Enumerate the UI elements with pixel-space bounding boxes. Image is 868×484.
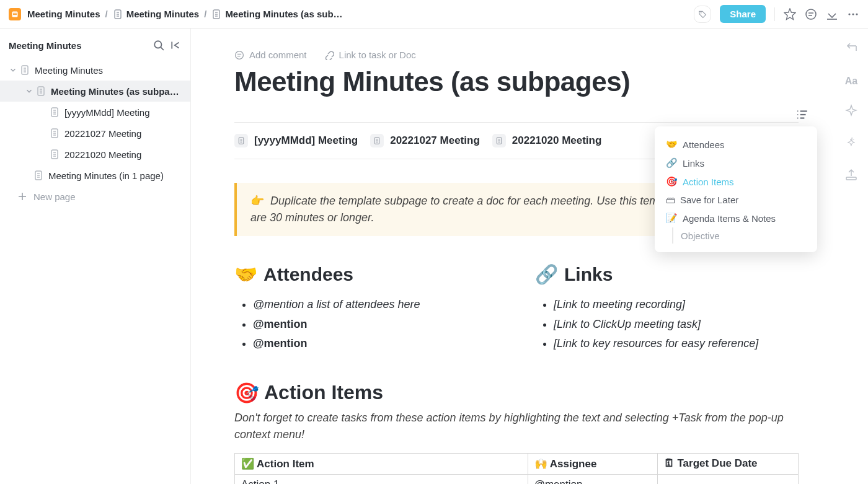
app-icon[interactable] [9,8,21,20]
right-rail: Aa [835,29,868,484]
tree-label: 20221027 Meeting [64,128,141,139]
toc-toggle[interactable] [796,109,808,123]
tree-item-leaf[interactable]: 20221027 Meeting [0,123,190,144]
favorite-icon[interactable] [784,8,796,20]
toc-item-save-later[interactable]: 🗃Save for Later [660,191,812,209]
handshake-icon: 🤝 [234,263,257,285]
list-item[interactable]: @mention [253,315,498,335]
rail-ai-icon[interactable] [845,104,857,119]
more-icon[interactable] [847,8,859,20]
list-item[interactable]: @mention [253,334,498,354]
link-task-button[interactable]: Link to task or Doc [324,50,416,60]
toc-popup: 🤝Attendees 🔗Links 🎯Action Items 🗃Save fo… [655,126,817,252]
section-heading: Action Items [264,381,383,404]
search-icon[interactable] [153,40,164,51]
breadcrumb-label: Meeting Minutes [126,9,200,19]
rail-typography-icon[interactable]: Aa [845,76,857,87]
tree-item-sibling[interactable]: Meeting Minutes (in 1 page) [0,165,190,186]
tree-label: Meeting Minutes [35,65,103,76]
handshake-icon: 🤝 [666,139,678,150]
doc-icon [33,170,43,180]
breadcrumb-sep: / [105,9,108,19]
plus-icon [17,191,27,201]
rail-outdent-icon[interactable] [845,43,857,58]
sidebar: Meeting Minutes Meeting Minutes Meeting … [0,29,191,484]
tree-item-root[interactable]: Meeting Minutes [0,59,190,81]
list-item[interactable]: [Link to key resources for easy referenc… [554,334,799,354]
doc-icon [50,128,60,138]
table-cell[interactable]: Action 1 [235,474,528,484]
toc-label: Links [683,158,704,169]
comment-icon [234,50,244,60]
memo-icon: 📝 [666,213,678,224]
links-section: 🔗Links [Link to meeting recording] [Link… [535,263,799,354]
share-button[interactable]: Share [720,5,766,23]
chevron-down-icon [25,87,33,95]
action-items-section: 🎯Action Items Don't forget to create tas… [234,381,799,485]
tag-button[interactable] [694,6,711,23]
section-heading: Attendees [264,264,353,285]
meta-label: Link to task or Doc [339,50,416,60]
meta-label: Add comment [249,50,307,60]
toc-label: Objective [681,231,720,241]
comments-icon[interactable] [805,8,817,20]
breadcrumb-label: Meeting Minutes (as sub… [225,9,342,19]
toc-item-objective[interactable]: Objective [672,227,812,244]
topbar: Meeting Minutes / Meeting Minutes / Meet… [0,0,868,29]
page-title[interactable]: Meeting Minutes (as subpages) [234,66,799,97]
subpage-chip[interactable]: 20221020 Meeting [492,134,602,147]
doc-icon [495,137,503,144]
inbox-icon: 🗃 [666,195,675,205]
chevron-down-icon [9,66,17,74]
collapse-sidebar-icon[interactable] [170,40,182,51]
toc-item-action-items[interactable]: 🎯Action Items [660,172,812,191]
table-cell[interactable]: @mention [528,474,657,484]
breadcrumb-current[interactable]: Meeting Minutes (as sub… [211,9,342,19]
subpage-chip[interactable]: 20221027 Meeting [370,134,480,147]
tree-item-leaf[interactable]: [yyyyMMdd] Meeting [0,102,190,123]
section-subtext: Don't forget to create tasks from these … [234,410,799,443]
link-emoji-icon: 🔗 [666,157,678,169]
subpage-label: [yyyyMMdd] Meeting [254,134,358,147]
link-icon [324,50,334,60]
divider [774,7,775,21]
doc-icon [373,137,381,144]
subpage-label: 20221027 Meeting [390,134,480,147]
add-comment-button[interactable]: Add comment [234,50,307,60]
toc-item-attendees[interactable]: 🤝Attendees [660,135,812,154]
breadcrumb-mid[interactable]: Meeting Minutes [113,9,200,19]
table-header: 🙌 Assignee [528,453,657,474]
breadcrumb-root[interactable]: Meeting Minutes [27,9,100,19]
doc-icon [211,9,221,19]
table-cell[interactable] [657,474,798,484]
toc-item-links[interactable]: 🔗Links [660,154,812,172]
action-items-table: ✅ Action Item 🙌 Assignee 🗓 Target Due Da… [234,453,799,485]
doc-icon [50,149,60,159]
table-row[interactable]: Action 1 @mention [235,474,799,484]
list-item[interactable]: [Link to ClickUp meeting task] [554,315,799,335]
doc-icon [36,86,46,96]
list-item[interactable]: [Link to meeting recording] [554,295,799,315]
new-page-button[interactable]: New page [0,186,190,207]
breadcrumb-label: Meeting Minutes [27,9,100,19]
svg-rect-31 [13,14,17,15]
rail-sparkles-icon[interactable] [845,136,857,151]
tree-item-subpages[interactable]: Meeting Minutes (as subpages) [0,81,190,102]
tag-icon [698,10,707,19]
toc-item-agenda[interactable]: 📝Agenda Items & Notes [660,209,812,227]
list-item[interactable]: @mention a list of attendees here [253,295,498,315]
point-right-icon: 👉 [250,195,264,207]
rail-export-icon[interactable] [845,169,857,183]
page-tree: Meeting Minutes Meeting Minutes (as subp… [0,59,190,207]
tree-label: Meeting Minutes (as subpages) [51,86,184,97]
tree-item-leaf[interactable]: 20221020 Meeting [0,144,190,165]
tree-label: 20221020 Meeting [64,149,141,160]
tree-label: Meeting Minutes (in 1 page) [48,170,164,181]
download-icon[interactable] [826,8,838,20]
new-page-label: New page [33,191,76,202]
toc-label: Attendees [683,139,725,150]
toc-label: Save for Later [680,195,738,205]
subpage-label: 20221020 Meeting [512,134,602,147]
subpage-chip[interactable]: [yyyyMMdd] Meeting [234,134,358,147]
tree-label: [yyyyMMdd] Meeting [64,107,150,118]
